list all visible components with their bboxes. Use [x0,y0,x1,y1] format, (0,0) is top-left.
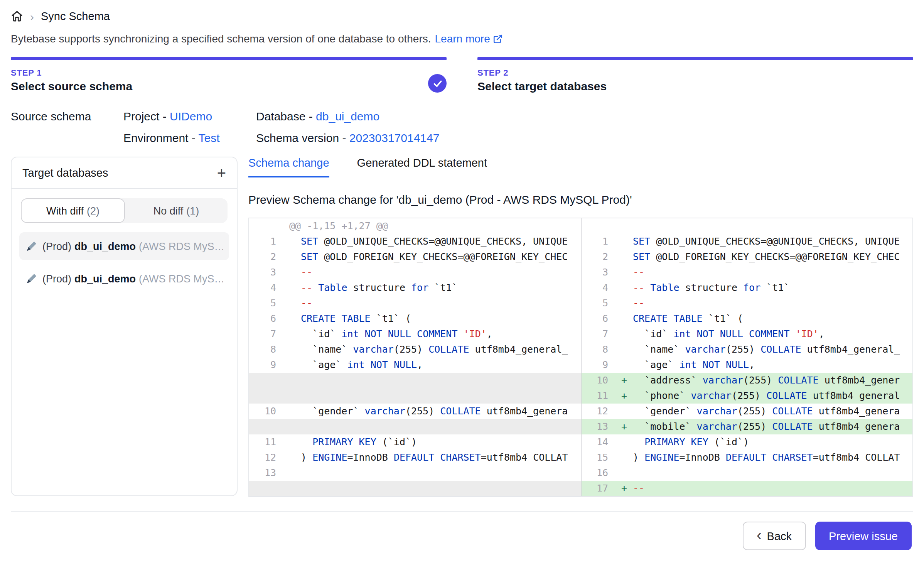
back-button[interactable]: ‹ Back [743,522,806,550]
environment-link[interactable]: Test [199,131,220,144]
step-1-completed-check-icon [428,74,447,93]
page-title: Sync Schema [41,10,110,22]
chevron-left-icon: ‹ [757,528,762,542]
target-databases-title: Target databases [22,167,108,179]
source-schema-label: Source schema [11,110,123,123]
intro-text: Bytebase supports synchronizing a specif… [11,32,913,45]
preview-tabs: Schema change Generated DDL statement [248,157,913,177]
target-databases-header: Target databases + [12,157,237,189]
diff-row: 2SET @OLD_FOREIGN_KEY_CHECKS=@@FOREIGN_K… [249,249,912,265]
diff-row: 3--3-- [249,265,912,280]
stepper: STEP 1 Select source schema STEP 2 Selec… [11,57,913,93]
diff-row: 9 `age` int NOT NULL,9 `age` int NOT NUL… [249,357,912,373]
database-link[interactable]: db_ui_demo [316,110,379,123]
schema-version-link[interactable]: 20230317014147 [349,131,440,144]
db-detail: (AWS RDS MyS… [139,273,223,284]
learn-more-link[interactable]: Learn more [435,32,503,45]
source-schema-label-spacer [11,131,123,144]
diff-filter-tabs: With diff (2) No diff (1) [21,198,228,223]
add-target-database-button[interactable]: + [217,165,226,181]
tab-with-diff[interactable]: With diff (2) [21,198,125,223]
preview-section: Schema change Generated DDL statement Pr… [248,157,913,497]
diff-row: 12) ENGINE=InnoDB DEFAULT CHARSET=utf8mb… [249,450,912,465]
diff-row: @@ -1,15 +1,27 @@ [249,218,912,234]
step-1-progress-bar [11,57,447,60]
intro-description: Bytebase supports synchronizing a specif… [11,32,431,45]
project-link[interactable]: UIDemo [170,110,212,123]
diff-row: 11 PRIMARY KEY (`id`)14 PRIMARY KEY (`id… [249,434,912,450]
external-link-icon [493,34,503,44]
diff-row: 4-- Table structure for `t1`4-- Table st… [249,280,912,296]
db-detail: (AWS RDS MyS… [139,240,223,252]
step-2-title: Select target databases [477,79,913,93]
diff-row: 13+ `mobile` varchar(255) COLLATE utf8mb… [249,419,912,434]
step-2-label: STEP 2 [477,68,913,77]
diff-row: 1316 [249,465,912,481]
diff-row: 5--5-- [249,296,912,311]
database-engine-icon [25,240,37,252]
database-field: Database - db_ui_demo [256,110,913,123]
target-databases-panel: Target databases + With diff (2) No diff… [11,157,238,496]
step-1-label: STEP 1 [11,68,447,77]
diff-row: 10 `gender` varchar(255) COLLATE utf8mb4… [249,404,912,419]
diff-row: 17+-- [249,481,912,496]
target-db-item-2[interactable]: (Prod) db_ui_demo (AWS RDS MyS… [19,265,229,292]
step-2-progress-bar [477,57,913,60]
project-field: Project - UIDemo [123,110,256,123]
diff-row: 8 `name` varchar(255) COLLATE utf8mb4_ge… [249,342,912,357]
home-icon[interactable] [11,10,23,22]
schema-diff-viewer[interactable]: @@ -1,15 +1,27 @@1SET @OLD_UNIQUE_CHECKS… [248,218,913,497]
tab-generated-ddl[interactable]: Generated DDL statement [357,157,487,177]
breadcrumb: › Sync Schema [11,8,913,25]
tab-no-diff[interactable]: No diff (1) [125,198,228,223]
db-env: (Prod) [42,240,71,252]
diff-row: 6CREATE TABLE `t1` (6CREATE TABLE `t1` ( [249,311,912,326]
environment-field: Environment - Test [123,131,256,144]
target-db-item-1[interactable]: (Prod) db_ui_demo (AWS RDS MyS… [19,232,229,260]
step-1-title: Select source schema [11,79,447,93]
diff-row: 1SET @OLD_UNIQUE_CHECKS=@@UNIQUE_CHECKS,… [249,234,912,249]
app-window: › Sync Schema Bytebase supports synchron… [0,0,924,571]
tab-schema-change[interactable]: Schema change [248,157,329,177]
database-engine-icon [25,273,37,284]
preview-issue-button[interactable]: Preview issue [815,522,912,550]
db-name: db_ui_demo [74,273,136,284]
diff-row: 10+ `address` varchar(255) COLLATE utf8m… [249,373,912,388]
target-db-list: (Prod) db_ui_demo (AWS RDS MyS… (Prod) d… [12,229,237,296]
diff-row: 11+ `phone` varchar(255) COLLATE utf8mb4… [249,388,912,404]
footer-actions: ‹ Back Preview issue [11,512,913,550]
source-schema-summary: Source schema Project - UIDemo Database … [11,110,913,144]
db-env: (Prod) [42,273,71,284]
step-2: STEP 2 Select target databases [477,57,913,93]
db-name: db_ui_demo [74,240,136,252]
schema-version-field: Schema version - 20230317014147 [256,131,913,144]
chevron-right-icon: › [30,10,34,22]
preview-title: Preview Schema change for 'db_ui_demo (P… [248,193,913,206]
diff-row: 7 `id` int NOT NULL COMMENT 'ID',7 `id` … [249,326,912,342]
step-1: STEP 1 Select source schema [11,57,447,93]
